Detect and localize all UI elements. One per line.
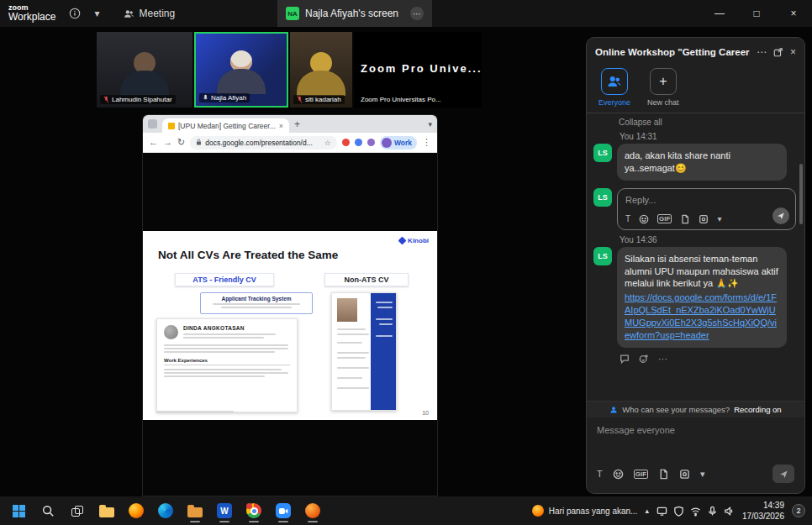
orange-app-button[interactable] bbox=[301, 499, 324, 522]
search-button[interactable] bbox=[36, 499, 60, 522]
video-tile-najla-active-speaker[interactable]: Najla Afiyah bbox=[194, 32, 288, 108]
taskbar-clock[interactable]: 14:39 17/03/2026 bbox=[742, 500, 784, 522]
minimize-button[interactable]: — bbox=[701, 0, 738, 27]
monitor-icon[interactable] bbox=[656, 506, 667, 517]
recording-status: Recording on bbox=[734, 405, 782, 414]
extension-icon[interactable] bbox=[367, 139, 375, 146]
message-text: Silakan isi absensi teman-teman alumni U… bbox=[625, 254, 778, 289]
presentation-slide: Kinobi Not All CVs Are Treated the Same … bbox=[143, 231, 437, 420]
reply-send-button[interactable] bbox=[772, 207, 789, 224]
chrome-button[interactable] bbox=[242, 499, 266, 522]
reply-input[interactable]: Reply... T GIF ▾ bbox=[617, 188, 796, 230]
participant-silhouette bbox=[297, 52, 345, 96]
avatar[interactable]: LS bbox=[593, 247, 612, 265]
participant-display-name: Zoom Pro Unive... bbox=[361, 62, 482, 75]
url-field[interactable]: docs.google.com/presentation/d... ☆ bbox=[190, 136, 337, 150]
slide-footer-placeholder bbox=[156, 411, 234, 413]
reload-icon[interactable]: ↻ bbox=[177, 138, 185, 147]
video-tile-lahmudin[interactable]: Lahmudin Sipahutar bbox=[97, 32, 192, 108]
news-widget[interactable]: Hari panas yang akan... bbox=[532, 505, 638, 517]
message-bubble[interactable]: Silakan isi absensi teman-teman alumni U… bbox=[617, 247, 787, 348]
browser-profile-chip[interactable]: Work bbox=[380, 136, 417, 150]
notification-count-badge[interactable]: 2 bbox=[792, 504, 805, 517]
pop-out-icon[interactable] bbox=[773, 47, 783, 57]
mic-icon[interactable] bbox=[707, 506, 718, 517]
network-icon[interactable] bbox=[690, 506, 701, 517]
emoji-icon[interactable] bbox=[613, 469, 624, 480]
gif-icon[interactable]: GIF bbox=[634, 470, 648, 479]
bookmark-star-icon[interactable]: ☆ bbox=[324, 139, 331, 147]
ats-callout-title: Applicant Tracking System bbox=[201, 296, 312, 302]
tab-everyone[interactable]: Everyone bbox=[598, 68, 630, 107]
text-line-placeholder bbox=[221, 307, 292, 308]
date: 17/03/2026 bbox=[742, 511, 784, 522]
chat-close-icon[interactable]: × bbox=[790, 46, 796, 58]
taskbar-apps: W bbox=[7, 499, 324, 522]
extension-icon[interactable] bbox=[342, 139, 350, 146]
file-icon[interactable] bbox=[680, 214, 690, 224]
hidden-icons-chevron[interactable]: ▴ bbox=[645, 507, 649, 515]
zoom-button[interactable] bbox=[272, 499, 295, 522]
text-line-placeholder bbox=[164, 344, 288, 346]
tab-meeting[interactable]: Meeting bbox=[124, 8, 176, 19]
chat-privacy-status[interactable]: Who can see your messages? Recording on bbox=[587, 401, 804, 417]
avatar[interactable]: LS bbox=[593, 144, 612, 162]
close-button[interactable]: × bbox=[775, 0, 812, 27]
back-icon[interactable]: ← bbox=[149, 138, 158, 147]
tab-search-icon[interactable]: ▾ bbox=[428, 120, 432, 129]
maximize-button[interactable]: □ bbox=[738, 0, 775, 27]
format-icon[interactable]: T bbox=[625, 214, 630, 223]
new-chat-button[interactable]: + New chat bbox=[647, 68, 679, 107]
word-button[interactable]: W bbox=[213, 499, 236, 522]
tab-options-icon[interactable]: ⋯ bbox=[410, 7, 424, 20]
collapse-all-control[interactable]: Collapse all bbox=[619, 118, 796, 127]
send-button[interactable] bbox=[772, 465, 794, 483]
more-tools-icon[interactable]: ▾ bbox=[700, 469, 705, 480]
file-icon[interactable] bbox=[658, 469, 669, 480]
screenshot-icon[interactable] bbox=[679, 469, 690, 480]
browser-address-bar: ← → ↻ docs.google.com/presentation/d... … bbox=[143, 133, 437, 153]
text-line-placeholder bbox=[337, 357, 366, 359]
start-button[interactable] bbox=[7, 499, 30, 522]
video-tile-zoom-pro[interactable]: Zoom Pro Unive... Zoom Pro Universitas P… bbox=[354, 32, 482, 108]
text-line-placeholder bbox=[164, 348, 288, 349]
task-view-button[interactable] bbox=[66, 499, 89, 522]
reply-in-thread-icon[interactable] bbox=[620, 354, 630, 364]
extension-icon[interactable] bbox=[355, 139, 362, 146]
participant-silhouette bbox=[120, 52, 169, 96]
volume-icon[interactable] bbox=[724, 506, 735, 517]
tab-groups-icon[interactable] bbox=[148, 119, 157, 129]
screenshot-icon[interactable] bbox=[699, 214, 709, 224]
message-more-icon[interactable]: ⋯ bbox=[658, 354, 667, 365]
gif-icon[interactable]: GIF bbox=[657, 214, 672, 223]
send-icon bbox=[779, 470, 788, 479]
tab-najla-screen[interactable]: NA Najla Afiyah's screen ⋯ bbox=[277, 0, 432, 27]
privacy-question: Who can see your messages? bbox=[622, 405, 730, 414]
info-icon[interactable] bbox=[69, 8, 81, 19]
format-icon[interactable]: T bbox=[597, 469, 603, 479]
text-line-placeholder bbox=[337, 328, 366, 330]
zoom-workplace-logo: zoom Workplace bbox=[8, 4, 55, 23]
new-tab-button[interactable]: + bbox=[294, 118, 300, 130]
video-tile-siti[interactable]: siti kadariah bbox=[290, 32, 352, 108]
forward-icon[interactable]: → bbox=[163, 138, 172, 147]
message-input[interactable]: Message everyone bbox=[587, 417, 804, 465]
tab-close-icon[interactable]: × bbox=[279, 122, 283, 130]
titlebar-dropdown-icon[interactable]: ▾ bbox=[94, 8, 99, 19]
folder-app-button[interactable] bbox=[183, 499, 207, 522]
add-reaction-icon[interactable] bbox=[639, 354, 649, 364]
browser-tab-presentation[interactable]: [UPU Medan] Getting Career... × bbox=[162, 118, 289, 133]
message-bubble[interactable]: ada, akan kita share nanti ya..semagat😊 bbox=[617, 144, 787, 181]
firefox-button[interactable] bbox=[124, 499, 148, 522]
chat-more-icon[interactable]: ⋯ bbox=[757, 46, 767, 58]
browser-menu-icon[interactable]: ⋮ bbox=[422, 138, 431, 147]
chat-scrollbar[interactable] bbox=[799, 164, 803, 224]
file-explorer-button[interactable] bbox=[95, 499, 119, 522]
chat-title: Online Workshop "Getting Career-Ready: U… bbox=[595, 47, 750, 57]
message-link[interactable]: https://docs.google.com/forms/d/e/1FAIpQ… bbox=[625, 291, 779, 341]
emoji-icon[interactable] bbox=[639, 214, 649, 224]
edge-button[interactable] bbox=[154, 499, 177, 522]
windows-logo-icon bbox=[13, 505, 25, 517]
shield-icon[interactable] bbox=[673, 506, 684, 517]
more-tools-icon[interactable]: ▾ bbox=[717, 214, 721, 223]
